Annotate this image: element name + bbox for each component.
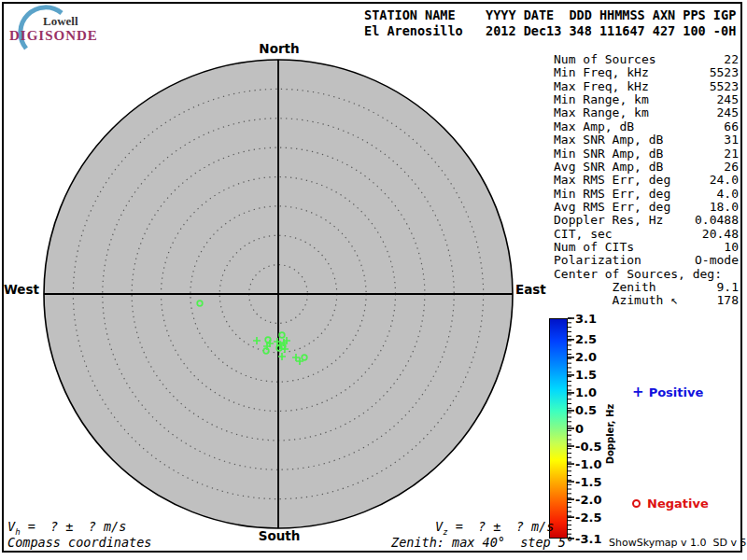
colorbar-tick-label: -1.0 [575, 458, 601, 470]
stat-label: Max Freq, kHz [554, 80, 649, 93]
compass-label-south: South [256, 528, 303, 543]
stat-row: Min SNR Amp, dB21 [554, 147, 739, 161]
stat-label: Center of Sources, deg: [554, 268, 722, 281]
colorbar-tick-label: 2.5 [575, 333, 597, 345]
stats-panel: Num of Sources22Min Freq, kHz5523Max Fre… [554, 53, 739, 308]
compass-label-west: West [0, 282, 39, 297]
stat-row: Azimuth ↖178 [554, 294, 739, 307]
stat-value: 9.1 [717, 281, 739, 294]
stat-value: 245 [717, 93, 739, 106]
stat-label: Azimuth ↖ [554, 294, 678, 307]
stat-value: 4.0 [717, 188, 739, 201]
stat-value: 0.0488 [695, 214, 739, 227]
vz-readout: Vz = ? ± ? m/s [435, 519, 554, 537]
stat-label: Max Amp, dB [554, 120, 634, 133]
stat-label: Min Range, km [554, 93, 649, 106]
logo-digisonde-text: DIGISONDE [9, 28, 98, 44]
colorbar-tick-label: 3.1 [575, 313, 597, 325]
colorbar-tick-label: 2.0 [575, 351, 597, 363]
zenith-grid-label: Zenith: max 40° step 5° [391, 535, 573, 550]
compass-label-north: North [256, 41, 303, 56]
stat-row: Min Range, km245 [554, 93, 739, 106]
stat-row: PolarizationO-mode [554, 254, 739, 267]
stat-row: Max RMS Err, deg24.0 [554, 174, 739, 187]
stat-label: Avg RMS Err, deg [554, 201, 670, 214]
stat-label: Max SNR Amp, dB [554, 133, 663, 147]
stat-row: Avg RMS Err, deg18.0 [554, 201, 739, 214]
stat-value: 66 [724, 120, 739, 133]
stat-label: Num of CITs [554, 241, 634, 254]
stat-value: 31 [724, 133, 739, 147]
colorbar-tick-label: -1.5 [575, 476, 601, 488]
stat-row: Zenith9.1 [554, 281, 739, 294]
stat-row: Max Freq, kHz5523 [554, 80, 739, 93]
legend-negative-label: Negative [647, 497, 709, 511]
stat-label: Num of Sources [554, 53, 656, 66]
colorbar-tick-label: 0 [575, 423, 584, 435]
colorbar-tick-label: -2.5 [575, 511, 601, 524]
legend-positive: +Positive [624, 370, 703, 400]
stat-label: Avg SNR Amp, dB [554, 161, 663, 174]
circle-marker-icon [632, 499, 641, 508]
stat-label: Zenith [554, 281, 656, 294]
stat-row: Min Freq, kHz5523 [554, 66, 739, 79]
stat-row: Max Amp, dB66 [554, 120, 739, 133]
stat-row: Doppler Res, Hz0.0488 [554, 214, 739, 227]
compass-label-east: East [515, 282, 546, 297]
colorbar-tick-label: 0.5 [575, 404, 597, 416]
stat-label: Min RMS Err, deg [554, 188, 670, 201]
stat-value: 245 [717, 106, 739, 119]
stat-label: Polarization [554, 254, 641, 267]
header-columns-line: STATION NAME YYYY DATE DDD HHMMSS AXN PP… [364, 7, 736, 22]
stat-value: O-mode [695, 254, 739, 267]
stat-row: Num of Sources22 [554, 53, 739, 66]
stat-value: 21 [724, 147, 739, 161]
stat-row: Max Range, km245 [554, 106, 739, 119]
colorbar-tick-label: -3.1 [575, 533, 601, 545]
vh-readout: Vh = ? ± ? m/s [7, 519, 126, 537]
colorbar-tick-label: -2.0 [575, 494, 601, 506]
stat-value: 22 [724, 53, 739, 66]
stat-label: Min Freq, kHz [554, 66, 649, 79]
stat-label: Min SNR Amp, dB [554, 147, 663, 161]
stat-value: 178 [717, 294, 739, 307]
plus-marker-icon: + [632, 384, 644, 400]
stat-value: 5523 [710, 80, 739, 93]
colorbar-tick-label: 1.5 [575, 369, 597, 381]
stat-value: 10 [724, 241, 739, 254]
stat-row: Center of Sources, deg: [554, 268, 739, 281]
stat-row: Avg SNR Amp, dB26 [554, 161, 739, 174]
stat-label: Max Range, km [554, 106, 649, 119]
header-values-line: El Arenosillo 2012 Dec13 348 111647 427 … [364, 23, 736, 38]
legend-negative: Negative [624, 483, 709, 511]
stat-row: Min RMS Err, deg4.0 [554, 188, 739, 201]
stat-row: Max SNR Amp, dB31 [554, 133, 739, 147]
stat-label: Doppler Res, Hz [554, 214, 663, 227]
stat-row: CIT, sec20.48 [554, 228, 739, 241]
stat-label: Max RMS Err, deg [554, 174, 670, 187]
colorbar-title: Doppler, Hz [605, 404, 615, 465]
colorbar-ticks [568, 318, 574, 539]
colorbar-tick-label: -0.5 [575, 441, 601, 453]
stat-value: 20.48 [702, 228, 739, 241]
stat-value: 18.0 [710, 201, 739, 214]
stat-value: 26 [724, 161, 739, 174]
coordinates-mode-label: Compass coordinates [7, 535, 151, 550]
stat-value: 24.0 [710, 174, 739, 187]
stat-value: 5523 [710, 66, 739, 79]
stat-row: Num of CITs10 [554, 241, 739, 254]
colorbar-tick-label: 1.0 [575, 386, 597, 399]
legend-positive-label: Positive [649, 385, 704, 399]
stat-label: CIT, sec [554, 228, 613, 241]
version-label: ShowSkymap v 1.0 SD v 5.0 [609, 537, 747, 549]
logo-lowell-text: Lowell [43, 14, 78, 29]
doppler-colorbar [549, 318, 568, 539]
